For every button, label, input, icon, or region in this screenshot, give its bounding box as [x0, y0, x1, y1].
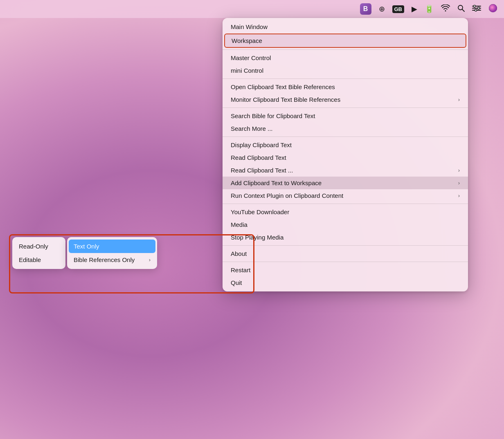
app-icon[interactable]: B — [360, 3, 371, 15]
menu-item-monitor-clipboard[interactable]: Monitor Clipboard Text Bible References … — [223, 93, 468, 106]
read-only-option[interactable]: Read-Only — [12, 240, 65, 253]
menu-item-search-more[interactable]: Search More ... — [223, 122, 468, 135]
menu-item-open-clipboard[interactable]: Open Clipboard Text Bible References — [223, 81, 468, 93]
svg-line-1 — [462, 9, 465, 11]
menu-item-run-context[interactable]: Run Context Plugin on Clipboard Content … — [223, 189, 468, 202]
chevron-icon-run-context: › — [458, 193, 460, 199]
menu-item-workspace[interactable]: Workspace — [224, 34, 466, 48]
chevron-icon-read-clipboard: › — [458, 167, 460, 173]
svg-point-5 — [474, 5, 476, 7]
text-only-panel: Text Only Bible References Only › — [67, 237, 157, 269]
menubar-icon-wifi[interactable] — [441, 4, 450, 14]
menu-item-main-window[interactable]: Main Window — [223, 20, 468, 33]
svg-point-7 — [475, 9, 477, 11]
menu-item-add-clipboard[interactable]: Add Clipboard Text to Workspace › — [223, 177, 468, 189]
menu-item-restart[interactable]: Restart — [223, 264, 468, 276]
svg-point-6 — [478, 7, 480, 9]
text-only-option[interactable]: Text Only — [69, 240, 155, 253]
separator-7 — [223, 262, 468, 262]
menubar: B ⊕ GB ▶ 🔋 — [0, 0, 504, 18]
menubar-icon-play[interactable]: ▶ — [412, 4, 417, 13]
menubar-icon-user[interactable] — [488, 4, 497, 15]
menubar-icon-control[interactable] — [472, 5, 481, 13]
separator-3 — [223, 108, 468, 108]
menu-item-read-clipboard-dots[interactable]: Read Clipboard Text ... › — [223, 164, 468, 177]
menu-item-read-clipboard[interactable]: Read Clipboard Text — [223, 151, 468, 164]
separator-2 — [223, 78, 468, 79]
menu-item-quit[interactable]: Quit — [223, 276, 468, 289]
read-only-panel: Read-Only Editable — [12, 237, 65, 269]
separator-1 — [223, 49, 468, 50]
menu-item-mini-control[interactable]: mini Control — [223, 64, 468, 77]
menu-item-search-bible[interactable]: Search Bible for Clipboard Text — [223, 110, 468, 122]
menu-item-media[interactable]: Media — [223, 218, 468, 231]
menubar-icon-search[interactable] — [457, 4, 465, 14]
separator-5 — [223, 204, 468, 204]
separator-4 — [223, 137, 468, 137]
menubar-icon-gb[interactable]: GB — [392, 5, 405, 13]
chevron-icon-add-clipboard: › — [458, 180, 460, 186]
chevron-icon-monitor: › — [458, 96, 460, 103]
dropdown-menu: Main Window Workspace Master Control min… — [223, 18, 468, 291]
menubar-icon-battery[interactable]: 🔋 — [425, 4, 434, 13]
chevron-icon-bible-ref: › — [149, 257, 151, 263]
menu-item-youtube[interactable]: YouTube Downloader — [223, 206, 468, 218]
separator-6 — [223, 245, 468, 246]
bible-references-only-option[interactable]: Bible References Only › — [67, 253, 157, 267]
sub-menu-container: Read-Only Editable Text Only Bible Refer… — [12, 237, 157, 269]
menu-item-about[interactable]: About — [223, 247, 468, 260]
menubar-icon-network[interactable]: ⊕ — [379, 4, 385, 13]
svg-point-9 — [489, 4, 497, 12]
menu-item-stop-media[interactable]: Stop Playing Media — [223, 231, 468, 244]
menu-item-master-control[interactable]: Master Control — [223, 52, 468, 64]
menu-item-display-clipboard[interactable]: Display Clipboard Text — [223, 139, 468, 151]
editable-option[interactable]: Editable — [12, 253, 65, 267]
